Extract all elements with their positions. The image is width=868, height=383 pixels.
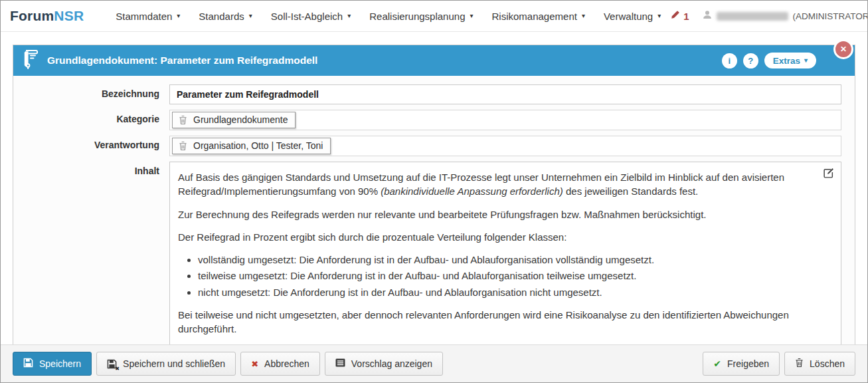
- app-window: ForumNSR Stammdaten ▾ Standards ▾ Soll-I…: [0, 0, 868, 383]
- bezeichnung-label: Bezeichnung: [13, 84, 169, 99]
- edit-icon[interactable]: [823, 168, 834, 182]
- delete-button[interactable]: Löschen: [784, 352, 855, 376]
- inhalt-p1-italic: (bankindividuelle Anpassung erforderlich…: [381, 186, 563, 197]
- save-button[interactable]: Speichern: [13, 352, 92, 376]
- inhalt-bullet-list: vollständig umgesetzt: Die Anforderung i…: [198, 253, 812, 299]
- form-row-bezeichnung: Bezeichnung: [13, 84, 841, 104]
- verantwortung-tag-label: Organisation, Otto | Tester, Toni: [193, 140, 323, 151]
- header-actions: i ? Extras ▾: [722, 53, 845, 68]
- chevron-down-icon: ▾: [657, 13, 661, 19]
- check-icon: ✔: [713, 358, 721, 369]
- chevron-down-icon: ▾: [582, 13, 585, 19]
- action-bar: Speichern ✖ Speichern und schließen ✖ Ab…: [1, 344, 867, 382]
- menu-item[interactable]: Standards ▾: [189, 2, 261, 31]
- menu-item-label: Realisierungsplanung: [369, 11, 465, 22]
- list-icon: [335, 358, 345, 369]
- help-button[interactable]: ?: [743, 53, 758, 68]
- save-and-close-button[interactable]: ✖ Speichern und schließen: [96, 352, 236, 376]
- pencil-icon: [670, 10, 680, 23]
- inhalt-label: Inhalt: [13, 162, 169, 176]
- menu-item[interactable]: Risikomanagement ▾: [483, 2, 594, 31]
- chevron-down-icon: ▾: [470, 13, 473, 19]
- inhalt-paragraph-1: Auf Basis des gängigen Standards und Ums…: [178, 170, 812, 199]
- main-menu: Stammdaten ▾ Standards ▾ Soll-Ist-Abglei…: [106, 2, 670, 31]
- pending-edits-indicator[interactable]: 1: [670, 10, 689, 23]
- pending-edits-count: 1: [683, 11, 689, 22]
- verantwortung-tag: Organisation, Otto | Tester, Toni: [172, 138, 331, 154]
- user-icon: [703, 10, 712, 22]
- document-form: Bezeichnung Kategorie Grundlagendokument…: [13, 76, 855, 381]
- kategorie-label: Kategorie: [13, 110, 169, 124]
- user-menu[interactable]: (ADMINISTRATOR) ▾: [703, 10, 868, 22]
- navbar-right: 1 (ADMINISTRATOR) ▾: [670, 4, 868, 28]
- cancel-label: Abbrechen: [264, 358, 309, 369]
- inhalt-paragraph-2: Zur Berechnung des Reifegrads werden nur…: [178, 207, 812, 221]
- save-close-icon: ✖: [107, 359, 117, 369]
- user-name-redacted: [717, 12, 788, 21]
- save-icon: [23, 358, 33, 370]
- cancel-button[interactable]: ✖ Abbrechen: [240, 352, 320, 376]
- extras-dropdown-button[interactable]: Extras ▾: [764, 53, 816, 68]
- document-panel: Grundlagendokument: Parameter zum Reifeg…: [13, 45, 855, 382]
- menu-item-label: Standards: [199, 11, 244, 22]
- verantwortung-label: Verantwortung: [13, 136, 169, 150]
- bezeichnung-field: [169, 84, 841, 104]
- question-icon: ?: [748, 56, 753, 66]
- cancel-x-icon: ✖: [251, 359, 258, 369]
- form-row-kategorie: Kategorie Grundlagendokumente: [13, 110, 841, 130]
- scroll-document-icon: [23, 50, 39, 72]
- menu-item[interactable]: Verwaltung ▾: [594, 2, 670, 31]
- chevron-down-icon: ▾: [347, 13, 351, 19]
- top-navbar: ForumNSR Stammdaten ▾ Standards ▾ Soll-I…: [1, 1, 867, 32]
- inhalt-content[interactable]: Auf Basis des gängigen Standards und Ums…: [169, 162, 841, 345]
- menu-item[interactable]: Stammdaten ▾: [106, 2, 189, 31]
- bezeichnung-input[interactable]: [169, 84, 841, 104]
- menu-item-label: Stammdaten: [116, 11, 172, 22]
- trash-icon: [795, 358, 804, 370]
- verantwortung-chip-box[interactable]: Organisation, Otto | Tester, Toni: [169, 136, 841, 156]
- inhalt-paragraph-4: Bei teilweise und nicht umgesetzten, abe…: [178, 308, 812, 336]
- close-panel-button[interactable]: ✕: [833, 39, 853, 59]
- remove-tag-trash-icon[interactable]: [179, 115, 187, 125]
- menu-item[interactable]: Soll-Ist-Abgleich ▾: [262, 2, 360, 31]
- panel-header: Grundlagendokument: Parameter zum Reifeg…: [13, 45, 855, 76]
- menu-item-label: Verwaltung: [604, 11, 653, 22]
- menu-item[interactable]: Realisierungsplanung ▾: [360, 2, 482, 31]
- inhalt-bullet: nicht umgesetzt: Die Anforderung ist in …: [198, 285, 812, 299]
- kategorie-field[interactable]: Grundlagendokumente: [169, 110, 841, 130]
- action-bar-right: ✔ Freigeben Löschen: [703, 352, 855, 376]
- kategorie-chip-box[interactable]: Grundlagendokumente: [169, 110, 841, 130]
- info-button[interactable]: i: [722, 53, 737, 68]
- inhalt-paragraph-3: Der Reifegrad in Prozent ergibt sich dur…: [178, 230, 812, 244]
- inhalt-field: Auf Basis des gängigen Standards und Ums…: [169, 162, 841, 345]
- save-label: Speichern: [39, 358, 81, 369]
- show-proposal-label: Vorschlag anzeigen: [351, 358, 432, 369]
- app-logo[interactable]: ForumNSR: [10, 8, 84, 24]
- delete-label: Löschen: [810, 358, 845, 369]
- chevron-down-icon: ▾: [249, 13, 252, 19]
- kategorie-tag-label: Grundlagendokumente: [193, 114, 288, 125]
- logo-part-forum: Forum: [10, 8, 54, 23]
- release-label: Freigeben: [727, 358, 769, 369]
- remove-tag-trash-icon[interactable]: [179, 141, 187, 151]
- logo-part-nsr: NSR: [54, 8, 84, 23]
- inhalt-bullet: vollständig umgesetzt: Die Anforderung i…: [198, 253, 812, 267]
- form-row-verantwortung: Verantwortung Organisation, Otto | Teste…: [13, 136, 841, 156]
- chevron-down-icon: ▾: [804, 57, 808, 64]
- form-row-inhalt: Inhalt Auf Basis des gängigen Standards …: [13, 162, 841, 345]
- release-button[interactable]: ✔ Freigeben: [703, 352, 780, 376]
- menu-item-label: Risikomanagement: [492, 11, 577, 22]
- inhalt-bullet: teilweise umgesetzt: Die Anforderung ist…: [198, 269, 812, 283]
- page-title: Grundlagendokument: Parameter zum Reifeg…: [47, 55, 317, 66]
- info-icon: i: [728, 56, 731, 66]
- mini-x-icon: ✖: [115, 366, 120, 372]
- show-proposal-button[interactable]: Vorschlag anzeigen: [325, 352, 443, 376]
- chevron-down-icon: ▾: [177, 13, 180, 19]
- kategorie-tag: Grundlagendokumente: [172, 112, 296, 128]
- close-icon: ✕: [840, 45, 847, 54]
- extras-label: Extras: [773, 56, 800, 66]
- inhalt-p1-tail: des jeweiligen Standards fest.: [563, 186, 698, 197]
- user-role-label: (ADMINISTRATOR): [793, 11, 868, 21]
- menu-item-label: Soll-Ist-Abgleich: [271, 11, 343, 22]
- verantwortung-field[interactable]: Organisation, Otto | Tester, Toni: [169, 136, 841, 156]
